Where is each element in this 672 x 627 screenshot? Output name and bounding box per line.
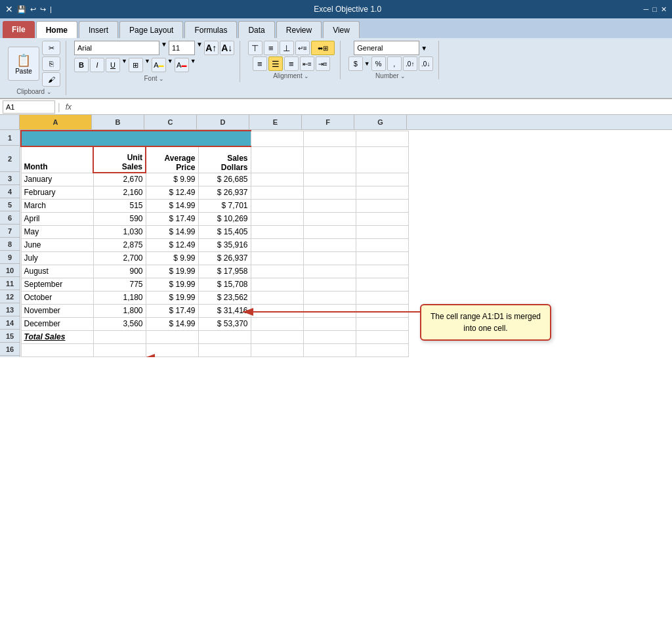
tab-review[interactable]: Review bbox=[276, 21, 322, 38]
cell-e6[interactable] bbox=[251, 212, 303, 225]
cell-c2[interactable]: AveragePrice bbox=[146, 146, 198, 173]
cell-d9[interactable]: $ 26,937 bbox=[198, 251, 251, 265]
cell-f1[interactable] bbox=[303, 131, 356, 146]
cell-d5[interactable]: $ 7,701 bbox=[198, 199, 251, 212]
cell-d13[interactable]: $ 31,416 bbox=[198, 304, 251, 317]
tab-view[interactable]: View bbox=[323, 21, 360, 38]
save-icon[interactable]: 💾 bbox=[17, 5, 26, 14]
cell-e10[interactable] bbox=[251, 265, 303, 278]
row-header-3[interactable]: 3 bbox=[0, 172, 20, 185]
tab-home[interactable]: Home bbox=[36, 21, 77, 38]
cell-g9[interactable] bbox=[356, 251, 408, 265]
cell-f14[interactable] bbox=[303, 317, 356, 330]
cell-d3[interactable]: $ 26,685 bbox=[198, 173, 251, 186]
cell-b2[interactable]: UnitSales bbox=[93, 146, 146, 173]
cell-c5[interactable]: $ 14.99 bbox=[146, 199, 198, 212]
col-header-g[interactable]: G bbox=[354, 115, 407, 129]
tab-page-layout[interactable]: Page Layout bbox=[119, 21, 183, 38]
row-header-9[interactable]: 9 bbox=[0, 251, 20, 264]
decrease-decimal-btn[interactable]: .0↓ bbox=[419, 56, 433, 71]
cell-g15[interactable] bbox=[356, 330, 408, 343]
cell-g16[interactable] bbox=[356, 343, 408, 357]
cell-d7[interactable]: $ 15,405 bbox=[198, 225, 251, 238]
cell-a3[interactable]: January bbox=[21, 173, 93, 186]
row-header-7[interactable]: 7 bbox=[0, 225, 20, 238]
cell-b4[interactable]: 2,160 bbox=[93, 186, 146, 199]
cell-b10[interactable]: 900 bbox=[93, 265, 146, 278]
cell-a7[interactable]: May bbox=[21, 225, 93, 238]
cell-g5[interactable] bbox=[356, 199, 408, 212]
cell-d14[interactable]: $ 53,370 bbox=[198, 317, 251, 330]
row-header-13[interactable]: 13 bbox=[0, 303, 20, 316]
font-size-input[interactable] bbox=[169, 41, 195, 55]
row-header-15[interactable]: 15 bbox=[0, 330, 20, 343]
formula-input[interactable] bbox=[77, 103, 669, 111]
cell-g7[interactable] bbox=[356, 225, 408, 238]
format-painter-button[interactable]: 🖌 bbox=[42, 72, 60, 87]
cell-a15[interactable]: Total Sales bbox=[21, 330, 93, 343]
cell-e5[interactable] bbox=[251, 199, 303, 212]
cell-e15[interactable] bbox=[251, 330, 303, 343]
minimize-btn[interactable]: ─ bbox=[644, 5, 649, 14]
comma-btn[interactable]: , bbox=[387, 56, 402, 71]
tab-insert[interactable]: Insert bbox=[79, 21, 118, 38]
cell-d6[interactable]: $ 10,269 bbox=[198, 212, 251, 225]
number-format-box[interactable]: General bbox=[354, 41, 419, 55]
cell-g2[interactable] bbox=[356, 146, 408, 173]
cell-f9[interactable] bbox=[303, 251, 356, 265]
cell-c10[interactable]: $ 19.99 bbox=[146, 265, 198, 278]
cell-d16[interactable] bbox=[198, 343, 251, 357]
cell-e8[interactable] bbox=[251, 238, 303, 251]
cell-e4[interactable] bbox=[251, 186, 303, 199]
align-left-btn[interactable]: ≡ bbox=[253, 56, 267, 71]
row-header-1[interactable]: 1 bbox=[0, 130, 20, 146]
cell-f15[interactable] bbox=[303, 330, 356, 343]
cell-g12[interactable] bbox=[356, 291, 408, 304]
cell-e14[interactable] bbox=[251, 317, 303, 330]
cell-f10[interactable] bbox=[303, 265, 356, 278]
cell-c15[interactable] bbox=[146, 330, 198, 343]
cell-d8[interactable]: $ 35,916 bbox=[198, 238, 251, 251]
cell-c7[interactable]: $ 14.99 bbox=[146, 225, 198, 238]
cell-a5[interactable]: March bbox=[21, 199, 93, 212]
cell-d10[interactable]: $ 17,958 bbox=[198, 265, 251, 278]
cell-g3[interactable] bbox=[356, 173, 408, 186]
maximize-btn[interactable]: □ bbox=[652, 5, 657, 14]
col-header-c[interactable]: C bbox=[144, 115, 197, 129]
cell-g13[interactable] bbox=[356, 304, 408, 317]
cut-button[interactable]: ✂ bbox=[42, 41, 60, 55]
col-header-a[interactable]: A bbox=[20, 115, 92, 129]
row-header-16[interactable]: 16 bbox=[0, 343, 20, 356]
cell-a6[interactable]: April bbox=[21, 212, 93, 225]
cell-c6[interactable]: $ 17.49 bbox=[146, 212, 198, 225]
decrease-font-btn[interactable]: A↓ bbox=[220, 41, 234, 55]
row-header-12[interactable]: 12 bbox=[0, 290, 20, 303]
cell-d2[interactable]: SalesDollars bbox=[198, 146, 251, 173]
redo-icon[interactable]: ↪ bbox=[40, 5, 46, 14]
percent-btn[interactable]: % bbox=[371, 56, 386, 71]
row-header-2[interactable]: 2 bbox=[0, 146, 20, 172]
cell-a14[interactable]: December bbox=[21, 317, 93, 330]
align-middle-btn[interactable]: ≡ bbox=[264, 41, 278, 55]
increase-font-btn[interactable]: A↑ bbox=[204, 41, 219, 55]
cell-f5[interactable] bbox=[303, 199, 356, 212]
cell-g8[interactable] bbox=[356, 238, 408, 251]
cell-e9[interactable] bbox=[251, 251, 303, 265]
decrease-indent-btn[interactable]: ⇤≡ bbox=[300, 56, 314, 71]
cell-reference-box[interactable] bbox=[3, 100, 55, 114]
col-header-d[interactable]: D bbox=[197, 115, 249, 129]
cell-a4[interactable]: February bbox=[21, 186, 93, 199]
copy-button[interactable]: ⎘ bbox=[42, 56, 60, 71]
row-header-10[interactable]: 10 bbox=[0, 264, 20, 277]
cell-b11[interactable]: 775 bbox=[93, 278, 146, 291]
cell-b8[interactable]: 2,875 bbox=[93, 238, 146, 251]
row-header-5[interactable]: 5 bbox=[0, 198, 20, 211]
cell-b7[interactable]: 1,030 bbox=[93, 225, 146, 238]
align-bottom-btn[interactable]: ⊥ bbox=[280, 41, 294, 55]
cell-c11[interactable]: $ 19.99 bbox=[146, 278, 198, 291]
cell-d4[interactable]: $ 26,937 bbox=[198, 186, 251, 199]
bold-button[interactable]: B bbox=[74, 58, 89, 72]
row-header-11[interactable]: 11 bbox=[0, 277, 20, 290]
row-header-4[interactable]: 4 bbox=[0, 185, 20, 198]
italic-button[interactable]: I bbox=[90, 58, 104, 72]
